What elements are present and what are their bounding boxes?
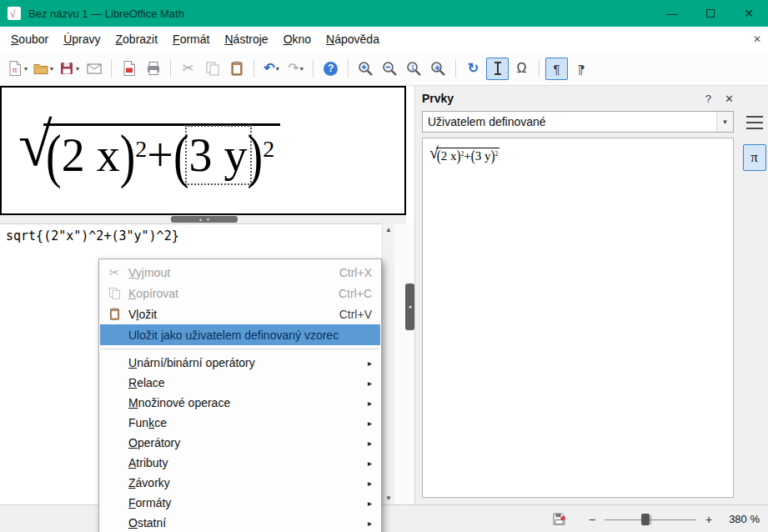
zoom-100-button[interactable]: 1 (403, 58, 425, 80)
menu-item-label: Kopírovat (128, 287, 322, 300)
symbols-button[interactable]: Ω (510, 58, 533, 80)
tab-elements[interactable]: π (743, 144, 766, 171)
paste-button[interactable] (225, 58, 248, 80)
pilcrow-ltr-icon: ¶ (554, 63, 560, 75)
cut-button[interactable]: ✂ (177, 58, 199, 80)
svg-text:√: √ (10, 8, 16, 20)
text-direction-rtl-button[interactable]: ¶ (570, 58, 592, 80)
dropdown-arrow-icon[interactable]: ▾ (276, 65, 279, 73)
sidebar-settings-button[interactable] (746, 116, 763, 129)
zoom-out-button[interactable]: − (586, 513, 598, 526)
update-icon: ↻ (468, 62, 479, 75)
titlebar: √ Bez názvu 1 — LibreOffice Math — ✕ (0, 0, 768, 27)
minimize-button[interactable]: — (653, 0, 691, 27)
zoom-in-button[interactable]: + (703, 513, 715, 526)
dropdown-arrow-icon[interactable]: ▾ (300, 65, 304, 73)
menu-item-label: Vložit (128, 308, 323, 321)
command-scrollbar[interactable]: ▲ ▼ (382, 223, 394, 504)
context-menu-item-operators[interactable]: Operátory ▸ (100, 433, 380, 453)
context-menu: ✂ Vyjmout Ctrl+X Kopírovat Ctrl+C Vložit… (98, 258, 382, 532)
undo-button[interactable]: ↶ ▾ (260, 58, 283, 80)
maximize-button[interactable] (691, 0, 730, 27)
dropdown-arrow-icon[interactable]: ▾ (24, 65, 28, 73)
dropdown-arrow-icon[interactable]: ▾ (50, 65, 53, 73)
paste-icon (105, 307, 123, 321)
redo-icon: ↷ (288, 62, 299, 75)
close-button[interactable]: ✕ (730, 0, 768, 27)
menu-separator (102, 349, 379, 349)
formula-rendered: √(2 x)2+(3 y)2 (18, 115, 280, 186)
zoom-level[interactable]: 380 % (721, 513, 760, 525)
open-button[interactable]: ▾ (31, 58, 55, 80)
copy-icon (105, 286, 123, 300)
chevron-down-icon[interactable]: ▾ (716, 112, 733, 132)
show-all-button[interactable]: ∗ (427, 58, 449, 80)
zoom-100-icon: 1 (405, 60, 423, 78)
printer-icon (145, 60, 162, 77)
save-button[interactable]: ▾ (57, 58, 81, 80)
email-button[interactable] (83, 58, 105, 80)
email-icon (86, 60, 103, 77)
close-icon: ✕ (744, 7, 754, 20)
menu-zobrazit[interactable]: Zobrazit (108, 28, 166, 50)
context-menu-item-save-user-formula[interactable]: Uložit jako uživatelem definovaný vzorec (100, 324, 380, 345)
lparen: ( (471, 147, 475, 165)
new-formula-button[interactable]: π ▾ (5, 58, 29, 80)
menu-napoveda[interactable]: Nápověda (319, 28, 387, 50)
help-button[interactable]: ? (319, 58, 342, 80)
rparen: ) (120, 120, 136, 189)
panel-help-button[interactable]: ? (705, 93, 711, 105)
svg-text:1: 1 (411, 63, 415, 72)
menu-nastroje[interactable]: Nástroje (217, 28, 275, 50)
splitter-handle[interactable]: ▲ ▼ (171, 216, 238, 223)
context-menu-item-functions[interactable]: Funkce ▸ (100, 413, 380, 433)
formula-preview[interactable]: √(2 x)2+(3 y)2 (0, 86, 406, 215)
context-menu-item-copy[interactable]: Kopírovat Ctrl+C (100, 283, 380, 304)
menu-soubor[interactable]: Soubor (3, 28, 56, 50)
toolbar-separator (313, 59, 314, 78)
zoom-out-icon (381, 60, 399, 78)
command-text[interactable]: sqrt{(2"x")^2+(3"y")^2} (0, 224, 394, 248)
text-direction-ltr-button[interactable]: ¶ (545, 58, 568, 80)
copy-button[interactable] (201, 58, 223, 80)
scroll-up-icon[interactable]: ▲ (383, 223, 394, 236)
scroll-down-icon[interactable]: ▼ (383, 492, 394, 504)
close-document-button[interactable]: ✕ (753, 33, 761, 45)
context-menu-item-cut[interactable]: ✂ Vyjmout Ctrl+X (100, 262, 380, 283)
menu-upravy[interactable]: Úpravy (56, 28, 108, 50)
redo-button[interactable]: ↷ ▾ (284, 58, 307, 80)
window-title: Bez názvu 1 — LibreOffice Math (28, 8, 184, 20)
help-icon: ? (324, 62, 338, 76)
minimize-icon: — (666, 7, 678, 20)
omega-icon: Ω (517, 62, 527, 75)
category-dropdown[interactable]: Uživatelem definované ▾ (422, 111, 734, 133)
context-menu-item-paste[interactable]: Vložit Ctrl+V (100, 304, 380, 324)
menu-format[interactable]: Formát (165, 28, 217, 50)
context-menu-item-others[interactable]: Ostatní ▸ (100, 513, 380, 532)
zoom-out-button[interactable] (379, 58, 401, 80)
context-menu-item-relations[interactable]: Relace ▸ (100, 373, 380, 393)
context-menu-item-formats[interactable]: Formáty ▸ (100, 493, 380, 513)
menu-okno[interactable]: Okno (276, 28, 319, 50)
export-pdf-button[interactable] (118, 58, 140, 80)
print-button[interactable] (142, 58, 164, 80)
context-menu-item-set-operations[interactable]: Množinové operace ▸ (100, 393, 380, 413)
context-menu-item-attributes[interactable]: Atributy ▸ (100, 453, 380, 473)
dropdown-arrow-icon[interactable]: ▾ (76, 65, 79, 73)
zoom-slider[interactable] (605, 511, 696, 528)
update-button[interactable]: ↻ (462, 58, 484, 80)
panel-title: Prvky (422, 92, 454, 105)
toolbar-separator (455, 59, 456, 78)
zoom-in-button[interactable] (354, 58, 377, 80)
user-formula-thumbnail[interactable]: √(2 x)2+(3 y)2 (429, 149, 499, 163)
context-menu-item-brackets[interactable]: Závorky ▸ (100, 473, 380, 493)
panel-close-button[interactable]: ✕ (725, 93, 734, 105)
submenu-arrow-icon: ▸ (368, 419, 372, 428)
selected-term-3y[interactable]: 3 y (189, 129, 248, 181)
sidebar-splitter-handle[interactable]: ◂ (405, 284, 414, 330)
formula-cursor-button[interactable] (486, 58, 509, 80)
exponent: 2 (263, 136, 274, 162)
elements-list[interactable]: √(2 x)2+(3 y)2 (422, 138, 734, 498)
slider-handle[interactable] (641, 514, 650, 525)
context-menu-item-unary-binary-operators[interactable]: Unární/binární operátory ▸ (100, 353, 380, 373)
